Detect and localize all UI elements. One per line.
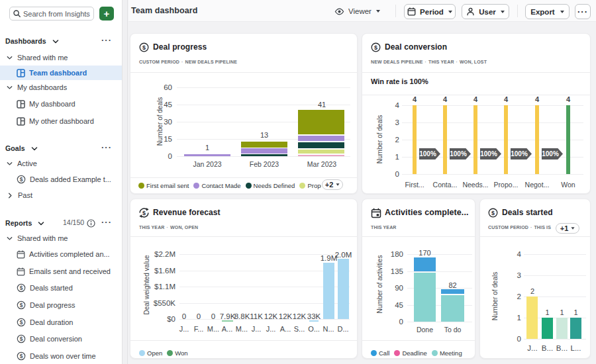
svg-text:$: $ <box>20 336 23 342</box>
svg-text:$: $ <box>491 210 495 216</box>
svg-text:$: $ <box>20 176 23 183</box>
svg-text:$: $ <box>20 302 23 308</box>
svg-text:$: $ <box>142 44 146 51</box>
svg-text:$: $ <box>374 44 377 51</box>
svg-text:$: $ <box>142 210 146 216</box>
svg-text:$: $ <box>20 285 23 291</box>
svg-text:$: $ <box>20 353 23 359</box>
svg-text:$: $ <box>20 319 23 326</box>
